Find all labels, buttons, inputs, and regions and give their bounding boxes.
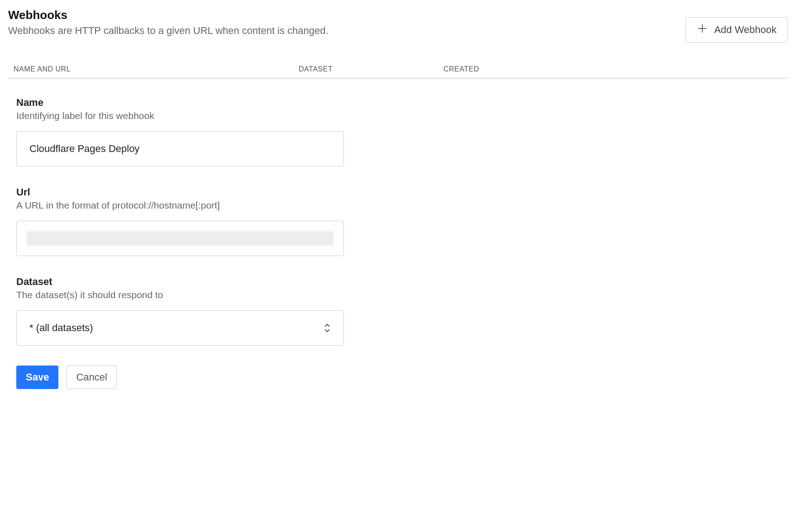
column-header-name-url: NAME AND URL xyxy=(14,65,299,73)
name-input[interactable] xyxy=(16,131,344,166)
save-button[interactable]: Save xyxy=(16,366,58,389)
form-actions: Save Cancel xyxy=(16,366,352,389)
dataset-select[interactable]: * (all datasets) xyxy=(16,310,344,346)
plus-icon xyxy=(697,23,708,37)
table-header-row: NAME AND URL DATASET CREATED xyxy=(8,61,788,79)
page-title: Webhooks xyxy=(8,8,329,22)
name-label: Name xyxy=(16,97,352,109)
page-subtitle: Webhooks are HTTP callbacks to a given U… xyxy=(8,25,329,37)
select-chevrons-icon xyxy=(324,323,331,332)
name-hint: Identifying label for this webhook xyxy=(16,110,352,121)
url-redacted-content xyxy=(27,231,334,246)
column-header-created: CREATED xyxy=(443,65,782,73)
add-webhook-label: Add Webhook xyxy=(714,24,777,36)
add-webhook-button[interactable]: Add Webhook xyxy=(686,17,788,43)
header-text-block: Webhooks Webhooks are HTTP callbacks to … xyxy=(8,8,329,37)
url-label: Url xyxy=(16,186,352,198)
dataset-hint: The dataset(s) it should respond to xyxy=(16,290,352,300)
name-field-group: Name Identifying label for this webhook xyxy=(16,97,352,166)
url-field-group: Url A URL in the format of protocol://ho… xyxy=(16,186,352,256)
url-input[interactable] xyxy=(16,221,344,256)
webhook-form: Name Identifying label for this webhook … xyxy=(8,97,352,389)
url-hint: A URL in the format of protocol://hostna… xyxy=(16,200,352,211)
dataset-selected-value: * (all datasets) xyxy=(29,322,93,334)
cancel-button[interactable]: Cancel xyxy=(67,366,116,389)
column-header-dataset: DATASET xyxy=(299,65,443,73)
dataset-field-group: Dataset The dataset(s) it should respond… xyxy=(16,276,352,346)
dataset-label: Dataset xyxy=(16,276,352,288)
page-header: Webhooks Webhooks are HTTP callbacks to … xyxy=(8,8,788,43)
